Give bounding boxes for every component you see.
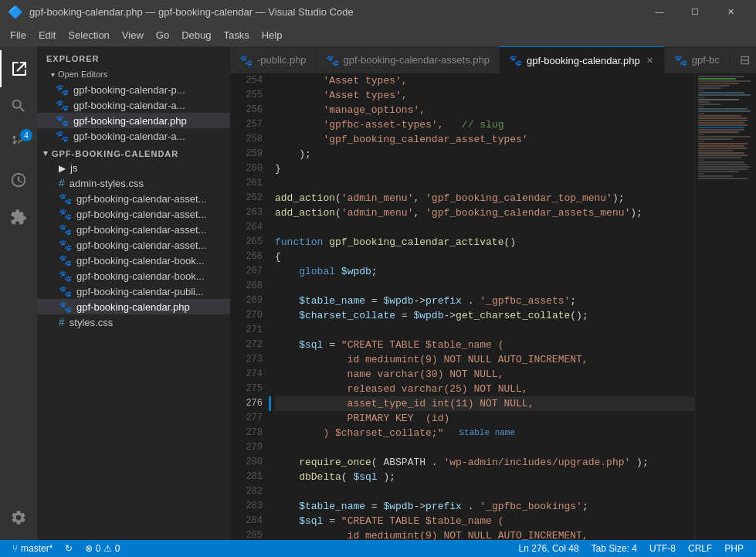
line-num: 262	[230, 191, 263, 205]
tab-php-icon: 🐾	[509, 54, 522, 66]
line-endings-label: CRLF	[688, 543, 712, 554]
code-line-current: asset_type_id int(11) NOT NULL,	[275, 396, 694, 411]
debug-icon[interactable]	[0, 161, 37, 199]
sidebar: Explorer ▾ Open Editors 🐾 gpf-booking-ca…	[37, 46, 230, 540]
code-line: released varchar(25) NOT NULL,	[275, 382, 694, 396]
php-icon: 🐾	[59, 254, 72, 267]
source-control-icon[interactable]: 4	[0, 124, 37, 161]
app-icon: 🔷	[8, 5, 23, 19]
line-num-current: 276	[230, 396, 263, 411]
php-icon: 🐾	[59, 301, 72, 313]
title-text: gpf-booking-calendar.php — gpf-booking-c…	[29, 6, 642, 18]
sidebar-file-item-active[interactable]: 🐾 gpf-booking-calendar.php	[37, 299, 230, 314]
sidebar-file-item[interactable]: 🐾 gpf-booking-calendar-book...	[37, 253, 230, 268]
php-icon: 🐾	[56, 130, 69, 142]
sidebar-file-item[interactable]: 🐾 gpf-booking-calendar-book...	[37, 268, 230, 284]
folder-arrow: ▾	[43, 148, 49, 158]
line-num: 264	[230, 220, 263, 235]
tab-gpf-bc[interactable]: 🐾 gpf-bc	[665, 46, 730, 73]
sidebar-file-item[interactable]: 🐾 gpf-booking-calendar-asset...	[37, 206, 230, 222]
open-editor-item[interactable]: 🐾 gpf-booking-calendar-a...	[37, 97, 230, 113]
sidebar-file-item[interactable]: 🐾 gpf-booking-calendar-publi...	[37, 284, 230, 299]
line-num: 284	[230, 514, 263, 528]
menu-file[interactable]: File	[4, 26, 32, 44]
code-line: 'Asset types',	[275, 88, 694, 103]
minimap	[694, 73, 756, 540]
warnings-label: ⚠ 0	[103, 543, 120, 554]
file-name: gpf-booking-calendar-asset...	[76, 224, 206, 236]
php-icon: 🐾	[59, 192, 72, 205]
php-icon: 🐾	[56, 99, 69, 111]
code-line: $table_name = $wpdb->prefix . '_gpfbc_as…	[275, 294, 694, 308]
code-line: {	[275, 250, 694, 264]
code-line: dbDelta( $sql );	[275, 470, 694, 484]
tab-size-label: Tab Size: 4	[592, 543, 637, 554]
code-line: function gpf_booking_calendar_activate()	[275, 235, 694, 250]
sidebar-file-item[interactable]: # admin-styles.css	[37, 175, 230, 191]
code-line: global $wpdb;	[275, 264, 694, 279]
sidebar-file-item[interactable]: 🐾 gpf-booking-calendar-asset...	[37, 191, 230, 206]
code-line: 'manage_options',	[275, 103, 694, 117]
language-status[interactable]: PHP	[718, 543, 750, 554]
extensions-icon[interactable]	[0, 199, 37, 236]
open-editors-label: Open Editors	[58, 70, 107, 79]
search-icon[interactable]	[0, 87, 37, 124]
open-editor-item[interactable]: 🐾 gpf-booking-calendar-p...	[37, 82, 230, 97]
tab-label: gpf-booking-calendar-assets.php	[344, 54, 490, 66]
git-branch-status[interactable]: ⑂ master*	[6, 543, 59, 554]
php-icon: 🐾	[59, 208, 72, 220]
line-num: 266	[230, 250, 263, 264]
maximize-button[interactable]: ☐	[677, 0, 713, 23]
statusbar: ⑂ master* ↻ ⊗ 0 ⚠ 0 Ln 276, Col 48 Tab S…	[0, 540, 756, 557]
split-editor-button[interactable]: ⊟	[734, 49, 756, 71]
open-editors-section[interactable]: ▾ Open Editors	[37, 66, 230, 82]
menu-view[interactable]: View	[116, 26, 150, 44]
line-endings-status[interactable]: CRLF	[682, 543, 718, 554]
close-button[interactable]: ✕	[713, 0, 748, 23]
menu-selection[interactable]: Selection	[62, 26, 115, 44]
php-icon: 🐾	[56, 83, 69, 96]
code-line: id mediumint(9) NOT NULL AUTO_INCREMENT,	[275, 528, 694, 540]
code-content[interactable]: 'Asset types', 'Asset types', 'manage_op…	[269, 73, 694, 540]
sidebar-file-item[interactable]: 🐾 gpf-booking-calendar-asset...	[37, 222, 230, 237]
file-name: gpf-booking-calendar-book...	[76, 270, 205, 282]
line-num: 280	[230, 455, 263, 470]
gear-icon[interactable]	[0, 499, 37, 536]
menu-help[interactable]: Help	[256, 26, 289, 44]
code-line: ) $charset_collate;"Stable name	[275, 426, 694, 440]
explorer-icon[interactable]	[0, 50, 37, 87]
tab-public-php[interactable]: 🐾 -public.php	[230, 46, 317, 73]
folder-js[interactable]: ▶ js	[37, 161, 230, 175]
line-num: 275	[230, 382, 263, 396]
code-line: id mediumint(9) NOT NULL AUTO_INCREMENT,	[275, 352, 694, 367]
css-icon: #	[59, 316, 65, 328]
tab-main-php[interactable]: 🐾 gpf-booking-calendar.php ✕	[500, 46, 665, 73]
tab-assets-php[interactable]: 🐾 gpf-booking-calendar-assets.php	[317, 46, 500, 73]
menu-edit[interactable]: Edit	[32, 26, 62, 44]
code-line: require_once( ABSPATH . 'wp-admin/includ…	[275, 455, 694, 470]
cursor-position-status[interactable]: Ln 276, Col 48	[513, 543, 585, 554]
folder-label: GPF-BOOKING-CALENDAR	[52, 149, 178, 158]
sidebar-header: Explorer	[37, 46, 230, 66]
sidebar-file-item[interactable]: # styles.css	[37, 314, 230, 330]
menu-go[interactable]: Go	[150, 26, 175, 44]
line-num: 256	[230, 103, 263, 117]
git-icon: ⑂	[12, 543, 18, 554]
errors-status[interactable]: ⊗ 0 ⚠ 0	[79, 543, 126, 554]
line-num: 285	[230, 528, 263, 540]
minimize-button[interactable]: —	[642, 0, 677, 23]
code-line	[275, 176, 694, 191]
code-line	[275, 440, 694, 455]
tab-close-button[interactable]: ✕	[645, 54, 655, 67]
open-editor-item-active[interactable]: 🐾 gpf-booking-calendar.php	[37, 113, 230, 128]
source-control-badge: 4	[20, 129, 32, 141]
open-editor-item[interactable]: 🐾 gpf-booking-calendar-a...	[37, 128, 230, 144]
line-num: 260	[230, 161, 263, 176]
menu-tasks[interactable]: Tasks	[217, 26, 255, 44]
sync-button[interactable]: ↻	[59, 543, 79, 554]
menu-debug[interactable]: Debug	[175, 26, 217, 44]
tab-size-status[interactable]: Tab Size: 4	[585, 543, 643, 554]
sidebar-file-item[interactable]: 🐾 gpf-booking-calendar-asset...	[37, 237, 230, 253]
encoding-status[interactable]: UTF-8	[643, 543, 682, 554]
project-folder[interactable]: ▾ GPF-BOOKING-CALENDAR	[37, 144, 230, 161]
